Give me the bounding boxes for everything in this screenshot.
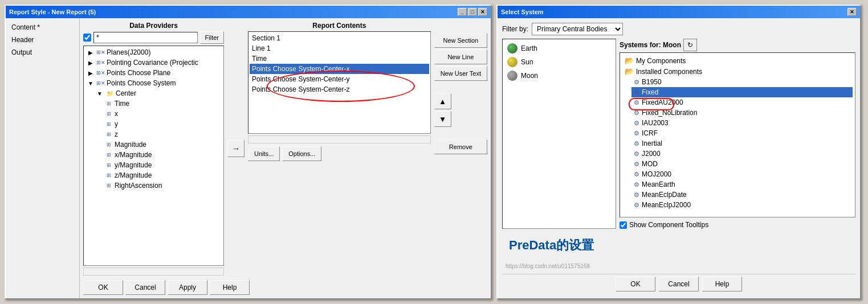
right-close-button[interactable]: ✕ bbox=[847, 8, 857, 16]
minimize-button[interactable]: _ bbox=[458, 8, 467, 16]
report-item-line1[interactable]: Line 1 bbox=[250, 43, 429, 54]
help-button[interactable]: Help bbox=[210, 280, 250, 295]
tree-item-x[interactable]: ⊞ x bbox=[103, 109, 222, 119]
bottom-left-buttons: OK Cancel Apply Help bbox=[83, 280, 250, 295]
close-button[interactable]: ✕ bbox=[478, 8, 487, 16]
sys-item-inertial[interactable]: ⚙ Inertial bbox=[631, 138, 853, 149]
data-providers-tree[interactable]: ▶ ⊞✕ Planes(J2000) ▶ ⊞✕ Pointing Covaria… bbox=[83, 46, 224, 266]
bodies-list[interactable]: Earth Sun Moon bbox=[502, 39, 616, 229]
x-mag-icon: ⊞ bbox=[104, 150, 113, 159]
bodies-panel: Earth Sun Moon bbox=[502, 39, 616, 229]
tree-item-z-mag[interactable]: ⊞ z/Magnitude bbox=[103, 170, 222, 180]
cancel-button[interactable]: Cancel bbox=[125, 280, 165, 295]
new-user-text-button[interactable]: New User Text bbox=[434, 66, 487, 81]
y-icon: ⊞ bbox=[104, 120, 113, 129]
sys-item-fixed-nol[interactable]: ⚙ Fixed_NoLibration bbox=[631, 108, 853, 118]
report-contents-list[interactable]: Section 1 Line 1 Time Points Choose Syst… bbox=[248, 31, 431, 134]
my-components-folder[interactable]: 📂 My Components bbox=[622, 55, 853, 66]
filter-input[interactable] bbox=[93, 32, 198, 43]
sys-item-icrf[interactable]: ⚙ ICRF bbox=[631, 128, 853, 138]
sys-item-j2000[interactable]: ⚙ J2000 bbox=[631, 149, 853, 159]
tree-item-x-mag[interactable]: ⊞ x/Magnitude bbox=[103, 150, 222, 160]
installed-folder-icon: 📂 bbox=[625, 67, 634, 76]
show-tooltips-label: Show Component Tooltips bbox=[629, 221, 708, 229]
refresh-button[interactable]: ↻ bbox=[683, 39, 697, 51]
expand-icon: ▶ bbox=[86, 58, 95, 67]
right-help-button[interactable]: Help bbox=[702, 277, 742, 291]
options-button[interactable]: Options... bbox=[282, 146, 321, 161]
body-item-moon[interactable]: Moon bbox=[505, 69, 613, 83]
tree-item-magnitude[interactable]: ⊞ Magnitude bbox=[103, 139, 222, 150]
sys-item-moj2000[interactable]: ⚙ MOJ2000 bbox=[631, 169, 853, 179]
sys-item-meanearth[interactable]: ⚙ MeanEarth bbox=[631, 179, 853, 190]
report-item-section1[interactable]: Section 1 bbox=[250, 33, 429, 43]
iau2003-icon: ⚙ bbox=[634, 120, 639, 127]
units-button[interactable]: Units... bbox=[248, 146, 280, 161]
sys-item-fixedau[interactable]: ⚙ FixedAU2000 bbox=[631, 97, 853, 108]
time-icon: ⊞ bbox=[104, 99, 113, 108]
select-system-content: Filter by: Primary Central Bodies Earth … bbox=[498, 18, 860, 298]
report-list-column: Report Contents Section 1 Line 1 Time Po… bbox=[248, 22, 431, 276]
tree-item-planes[interactable]: ▶ ⊞✕ Planes(J2000) bbox=[85, 47, 222, 57]
planes-icon: ⊞✕ bbox=[96, 48, 105, 57]
sys-item-fixed[interactable]: ⚙ Fixed bbox=[631, 87, 853, 97]
sidebar-item-output[interactable]: Output bbox=[8, 47, 77, 58]
filter-dropdown[interactable]: Primary Central Bodies bbox=[532, 23, 623, 35]
sys-item-label: Fixed_NoLibration bbox=[642, 109, 697, 117]
maximize-button[interactable]: □ bbox=[468, 8, 477, 16]
providers-hscroll[interactable] bbox=[83, 268, 224, 276]
right-cancel-button[interactable]: Cancel bbox=[659, 277, 699, 291]
body-name-earth: Earth bbox=[521, 44, 537, 52]
arrow-column: → bbox=[226, 22, 246, 276]
installed-components-folder[interactable]: 📂 Installed Components bbox=[622, 66, 853, 77]
sys-item-iau2003[interactable]: ⚙ IAU2003 bbox=[631, 118, 853, 128]
report-item-time[interactable]: Time bbox=[250, 54, 429, 64]
add-to-report-button[interactable]: → bbox=[227, 140, 244, 157]
tree-item-pointing[interactable]: ▶ ⊞✕ Pointing Covariance (Projectic bbox=[85, 57, 222, 68]
report-contents-hscroll[interactable] bbox=[248, 135, 431, 143]
body-item-earth[interactable]: Earth bbox=[505, 42, 613, 55]
right-dialog-titlebar: Select System ✕ bbox=[498, 6, 860, 18]
systems-tree[interactable]: 📂 My Components 📂 Installed Components ⚙… bbox=[620, 52, 855, 217]
sidebar-item-content[interactable]: Content * bbox=[8, 22, 77, 33]
remove-button[interactable]: Remove bbox=[434, 139, 487, 154]
tree-item-points-system[interactable]: ▼ ⊞✕ Points Choose System bbox=[85, 78, 222, 88]
predata-label: PreData的设置 bbox=[502, 232, 601, 258]
new-line-button[interactable]: New Line bbox=[434, 50, 487, 64]
earth-icon bbox=[507, 43, 517, 54]
move-up-button[interactable]: ▲ bbox=[434, 93, 451, 109]
meanearth-icon: ⚙ bbox=[634, 181, 639, 188]
sys-item-b1950[interactable]: ⚙ B1950 bbox=[631, 77, 853, 87]
right-ok-button[interactable]: OK bbox=[616, 277, 655, 291]
filter-button[interactable]: Filter bbox=[200, 31, 224, 44]
tree-item-time[interactable]: ⊞ Time bbox=[103, 98, 222, 109]
sys-item-meaneclpj2000[interactable]: ⚙ MeanEclpJ2000 bbox=[631, 200, 853, 210]
sun-icon bbox=[507, 57, 517, 67]
report-item-center-y[interactable]: Points Choose System-Center-y bbox=[250, 74, 429, 84]
tree-item-ra[interactable]: ⊞ RightAscension bbox=[103, 180, 222, 191]
tree-item-y[interactable]: ⊞ y bbox=[103, 119, 222, 129]
report-item-center-z[interactable]: Points Choose System-Center-z bbox=[250, 84, 429, 95]
new-section-button[interactable]: New Section bbox=[434, 33, 487, 48]
sys-item-meaneclpdate[interactable]: ⚙ MeanEclpDate bbox=[631, 190, 853, 200]
sys-item-label: MeanEclpJ2000 bbox=[642, 201, 691, 209]
tree-item-y-mag[interactable]: ⊞ y/Magnitude bbox=[103, 160, 222, 170]
tree-item-label: x/Magnitude bbox=[115, 151, 152, 159]
tree-item-z[interactable]: ⊞ z bbox=[103, 129, 222, 139]
right-titlebar-buttons: ✕ bbox=[847, 8, 857, 16]
body-item-sun[interactable]: Sun bbox=[505, 55, 613, 69]
inertial-icon: ⚙ bbox=[634, 140, 639, 147]
sys-item-label: J2000 bbox=[642, 150, 661, 158]
tree-item-points-plane[interactable]: ▶ ⊞✕ Points Choose Plane bbox=[85, 68, 222, 78]
sys-item-label: MOD bbox=[642, 160, 658, 168]
apply-button[interactable]: Apply bbox=[168, 280, 207, 295]
ok-button[interactable]: OK bbox=[83, 280, 123, 295]
report-item-center-x[interactable]: Points Choose System-Center-x bbox=[250, 64, 429, 74]
titlebar-buttons: _ □ ✕ bbox=[458, 8, 487, 16]
move-down-button[interactable]: ▼ bbox=[434, 111, 451, 127]
sys-item-mod[interactable]: ⚙ MOD bbox=[631, 159, 853, 169]
show-tooltips-checkbox[interactable] bbox=[620, 221, 627, 229]
filter-checkbox[interactable] bbox=[83, 34, 91, 42]
sidebar-item-header[interactable]: Header bbox=[8, 34, 77, 46]
tree-item-center[interactable]: ▼ 📁 Center bbox=[94, 88, 222, 98]
